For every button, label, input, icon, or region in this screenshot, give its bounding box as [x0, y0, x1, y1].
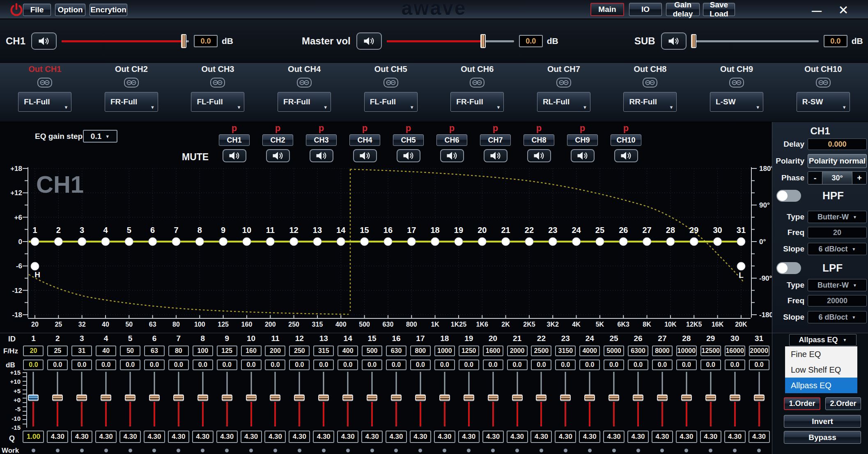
eq-graph[interactable]: CH1+18+12+60-6-12-18180°90°0°-90°-180°20… — [0, 162, 772, 333]
band-q-field[interactable]: 4.30 — [119, 431, 141, 443]
minimize-icon[interactable]: — — [810, 2, 824, 16]
lpf-toggle[interactable] — [776, 262, 801, 274]
second-order-button[interactable]: 2.Order — [825, 397, 861, 410]
output-mode-select[interactable]: R-SW▼ — [797, 92, 850, 112]
band-gain-field[interactable]: 0.0 — [241, 360, 262, 370]
eq-type-option-fine-eq[interactable]: Fine EQ — [785, 346, 857, 362]
channel-mute-speaker-icon[interactable] — [353, 149, 377, 162]
eq-band-handle-20[interactable] — [478, 237, 486, 246]
band-freq-field[interactable]: 12500 — [700, 346, 721, 356]
eq-band-handle-31[interactable] — [737, 237, 745, 246]
channel-mute-speaker-icon[interactable] — [440, 149, 464, 162]
first-order-button[interactable]: 1.Order — [784, 397, 820, 410]
eq-channel-button-ch6[interactable]: CH6 — [436, 134, 467, 146]
band-gain-fader[interactable] — [414, 372, 427, 427]
band-q-field[interactable]: 4.30 — [676, 431, 697, 443]
band-q-field[interactable]: 4.30 — [313, 431, 334, 443]
lpf-freq-field[interactable]: 20000 — [808, 295, 867, 307]
fader-handle[interactable] — [584, 394, 595, 401]
band-q-field[interactable]: 4.30 — [507, 431, 528, 443]
hpf-freq-field[interactable]: 20 — [808, 227, 867, 238]
band-q-field[interactable]: 4.30 — [95, 431, 117, 443]
band-freq-field[interactable]: 100 — [193, 346, 213, 356]
band-freq-field[interactable]: 400 — [338, 346, 358, 356]
hpf-marker-handle[interactable] — [31, 262, 39, 270]
eq-gain-step-select[interactable]: 0.1 ▼ — [83, 130, 117, 143]
eq-band-handle-14[interactable] — [337, 237, 345, 246]
fader-handle[interactable] — [222, 394, 232, 401]
lpf-marker-handle[interactable] — [737, 262, 745, 270]
channel-mute-speaker-icon[interactable] — [614, 149, 638, 162]
tab-gain-delay[interactable]: Gain delay — [666, 3, 700, 16]
band-gain-field[interactable]: 0.0 — [96, 360, 116, 370]
band-gain-fader[interactable] — [148, 372, 161, 427]
eq-band-handle-18[interactable] — [431, 237, 439, 246]
eq-band-handle-8[interactable] — [195, 237, 204, 246]
band-gain-fader[interactable] — [197, 372, 209, 427]
eq-band-handle-12[interactable] — [290, 237, 298, 246]
output-mode-select[interactable]: L-SW▼ — [710, 92, 763, 112]
band-gain-fader[interactable] — [705, 372, 717, 427]
band-freq-field[interactable]: 315 — [313, 346, 334, 356]
band-q-field[interactable]: 4.30 — [410, 431, 431, 443]
fader-handle[interactable] — [125, 394, 135, 401]
band-q-field[interactable]: 4.30 — [192, 431, 214, 443]
band-freq-field[interactable]: 16000 — [725, 346, 745, 356]
band-gain-fader[interactable] — [124, 372, 136, 427]
bypass-button[interactable]: Bypass — [784, 431, 861, 444]
band-gain-field[interactable]: 0.0 — [265, 360, 285, 370]
fader-handle[interactable] — [439, 394, 450, 401]
link-icon[interactable] — [37, 76, 53, 89]
fader-handle[interactable] — [391, 394, 402, 401]
band-q-field[interactable]: 4.30 — [482, 431, 504, 443]
eq-band-handle-4[interactable] — [101, 237, 110, 246]
fader-handle[interactable] — [294, 394, 305, 401]
hpf-slope-select[interactable]: 6 dB/oct ▼ — [808, 243, 867, 255]
close-icon[interactable]: ✕ — [835, 2, 852, 18]
eq-band-handle-13[interactable] — [313, 237, 321, 246]
band-q-field[interactable]: 4.30 — [216, 431, 238, 443]
fader-handle[interactable] — [681, 394, 692, 401]
band-gain-field[interactable]: 0.0 — [386, 360, 406, 370]
band-gain-field[interactable]: 0.0 — [434, 360, 455, 370]
band-q-field[interactable]: 4.30 — [289, 431, 310, 443]
band-gain-fader[interactable] — [535, 372, 547, 427]
band-gain-field[interactable]: 0.0 — [313, 360, 334, 370]
eq-type-option-low-shelf-eq[interactable]: Low Shelf EQ — [785, 362, 857, 378]
eq-band-handle-7[interactable] — [172, 237, 180, 246]
eq-channel-button-ch4[interactable]: CH4 — [349, 134, 380, 146]
output-channel-label[interactable]: Out CH8 — [634, 65, 666, 75]
output-mode-select[interactable]: FR-Full▼ — [105, 92, 158, 112]
delay-field[interactable]: 0.000 — [808, 138, 867, 150]
band-gain-field[interactable]: 0.0 — [531, 360, 551, 370]
band-gain-field[interactable]: 0.0 — [168, 360, 189, 370]
band-gain-field[interactable]: 0.0 — [628, 360, 648, 370]
eq-band-handle-10[interactable] — [243, 237, 251, 246]
eq-band-handle-23[interactable] — [549, 237, 557, 246]
eq-band-handle-26[interactable] — [619, 237, 627, 246]
band-gain-field[interactable]: 0.0 — [725, 360, 745, 370]
band-gain-fader[interactable] — [51, 372, 64, 427]
slider-handle[interactable] — [181, 34, 186, 48]
band-gain-fader[interactable] — [729, 372, 741, 427]
link-icon[interactable] — [469, 76, 485, 89]
fader-handle[interactable] — [536, 394, 547, 401]
band-freq-field[interactable]: 1000 — [434, 346, 455, 356]
master-volume-value[interactable]: 0.0 — [519, 35, 543, 47]
band-gain-fader[interactable] — [439, 372, 451, 427]
eq-band-handle-5[interactable] — [125, 237, 133, 246]
band-freq-field[interactable]: 31 — [71, 346, 92, 356]
eq-band-handle-2[interactable] — [54, 237, 62, 246]
output-channel-label[interactable]: Out CH7 — [547, 65, 580, 75]
eq-channel-button-ch5[interactable]: CH5 — [393, 134, 424, 146]
link-icon[interactable] — [556, 76, 572, 89]
fader-handle[interactable] — [512, 394, 523, 401]
eq-band-handle-30[interactable] — [714, 237, 722, 246]
eq-type-dropdown[interactable]: Allpass EQ ▼ — [789, 334, 857, 346]
ch1-volume-slider[interactable] — [62, 34, 189, 48]
band-gain-fader[interactable] — [172, 372, 185, 427]
eq-channel-button-ch7[interactable]: CH7 — [480, 134, 511, 146]
band-gain-field[interactable]: 0.0 — [652, 360, 673, 370]
band-freq-field[interactable]: 63 — [144, 346, 165, 356]
output-mode-select[interactable]: RL-Full▼ — [537, 92, 590, 112]
